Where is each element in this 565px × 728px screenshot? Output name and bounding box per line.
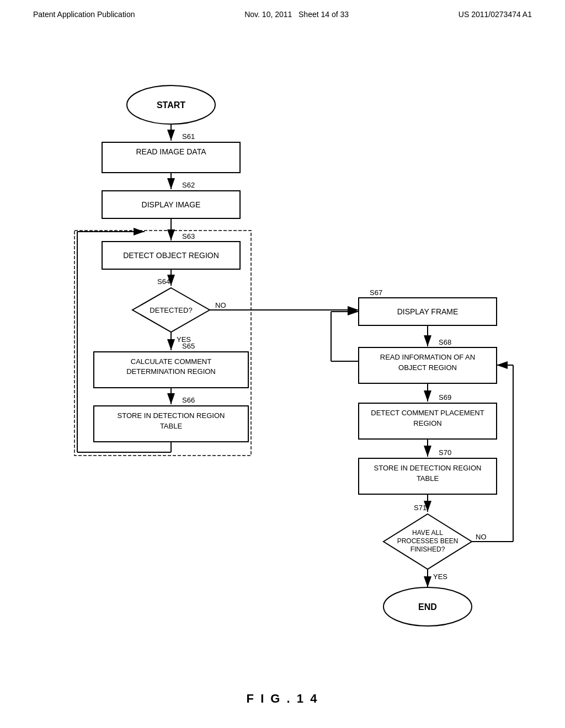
s71-yes-label: YES (433, 572, 447, 581)
s65-text-line2: DETERMINATION REGION (126, 367, 216, 376)
s70-text-line2: TABLE (417, 474, 439, 483)
sheet-info: Sheet 14 of 33 (299, 10, 349, 19)
s70-step-label: S70 (439, 448, 451, 457)
end-label: END (418, 602, 437, 612)
s71-diamond-text1: HAVE ALL (412, 529, 443, 537)
s71-diamond-text3: FINISHED? (411, 545, 445, 553)
start-label: START (157, 100, 185, 110)
s66-text-line2: TABLE (160, 422, 183, 430)
header-middle: Nov. 10, 2011 Sheet 14 of 33 (244, 10, 349, 19)
s68-step-label: S68 (439, 338, 451, 346)
s68-text-line2: OBJECT REGION (398, 363, 457, 372)
s65-step-label: S65 (182, 342, 195, 350)
s66-text-line1: STORE IN DETECTION REGION (118, 411, 225, 420)
s69-step-label: S69 (439, 393, 451, 402)
s64-no-label: NO (215, 301, 226, 309)
s69-text-line2: REGION (413, 419, 441, 427)
s65-text-line1: CALCULATE COMMENT (131, 357, 211, 366)
s64-step-label: S64 (157, 277, 170, 286)
s61-text: READ IMAGE DATA (136, 147, 206, 156)
s61-step-label: S61 (182, 132, 195, 141)
s71-diamond-text2: PROCESSES BEEN (397, 537, 459, 545)
s66-step-label: S66 (182, 396, 195, 404)
header-left: Patent Application Publication (33, 10, 135, 19)
s69-text-line1: DETECT COMMENT PLACEMENT (371, 409, 484, 417)
s67-text: DISPLAY FRAME (397, 307, 459, 316)
s67-step-label: S67 (370, 288, 382, 297)
s62-step-label: S62 (182, 181, 195, 189)
s63-step-label: S63 (182, 232, 195, 240)
s62-text: DISPLAY IMAGE (142, 200, 201, 209)
header-right: US 2011/0273474 A1 (459, 10, 532, 19)
s64-diamond-text: DETECTED? (150, 306, 192, 314)
figure-label: F I G . 1 4 (0, 692, 565, 706)
s63-text: DETECT OBJECT REGION (123, 251, 219, 260)
s70-text-line1: STORE IN DETECTION REGION (374, 464, 482, 472)
s71-step-label: S71 (414, 504, 427, 512)
flowchart: START S61 READ IMAGE DATA S62 DISPLAY IM… (0, 44, 565, 706)
page-header: Patent Application Publication Nov. 10, … (0, 0, 565, 19)
s71-no-label: NO (476, 533, 487, 541)
s68-text-line1: READ INFORMATION OF AN (380, 353, 475, 361)
